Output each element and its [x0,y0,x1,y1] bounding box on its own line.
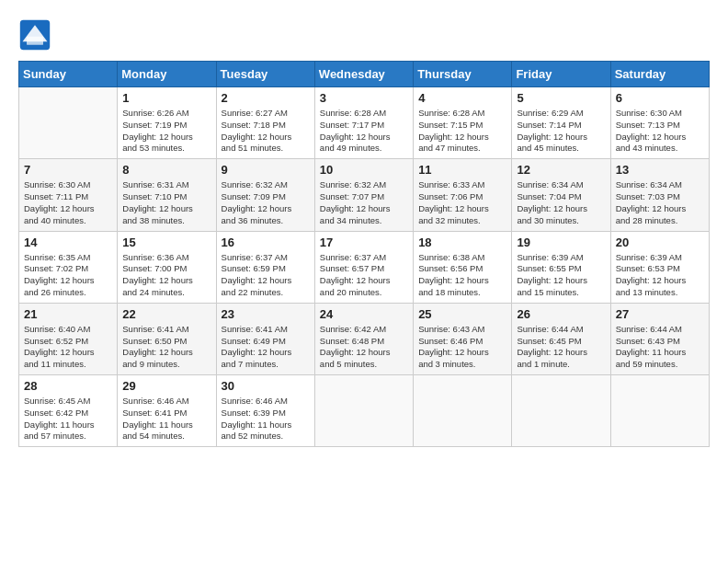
calendar-cell: 8Sunrise: 6:31 AM Sunset: 7:10 PM Daylig… [118,159,216,231]
day-info: Sunrise: 6:37 AM Sunset: 6:59 PM Dayligh… [222,252,310,299]
day-info: Sunrise: 6:44 AM Sunset: 6:43 PM Dayligh… [616,324,704,371]
day-header-monday: Monday [118,62,216,87]
calendar-week-2: 7Sunrise: 6:30 AM Sunset: 7:11 PM Daylig… [19,159,710,231]
day-info: Sunrise: 6:35 AM Sunset: 7:02 PM Dayligh… [24,252,112,299]
day-info: Sunrise: 6:31 AM Sunset: 7:10 PM Dayligh… [122,179,210,226]
day-header-wednesday: Wednesday [314,62,413,87]
day-number: 8 [122,163,210,177]
day-number: 17 [320,236,408,249]
calendar-cell: 24Sunrise: 6:42 AM Sunset: 6:48 PM Dayli… [314,303,413,374]
calendar-header-row: SundayMondayTuesdayWednesdayThursdayFrid… [19,62,710,87]
day-info: Sunrise: 6:28 AM Sunset: 7:17 PM Dayligh… [320,108,408,155]
day-info: Sunrise: 6:41 AM Sunset: 6:49 PM Dayligh… [222,324,310,371]
day-number: 28 [24,379,112,393]
day-number: 30 [222,379,310,393]
calendar-cell: 17Sunrise: 6:37 AM Sunset: 6:57 PM Dayli… [314,231,413,303]
calendar-cell: 26Sunrise: 6:44 AM Sunset: 6:45 PM Dayli… [512,303,610,374]
day-number: 12 [517,163,605,177]
calendar-cell: 7Sunrise: 6:30 AM Sunset: 7:11 PM Daylig… [19,159,118,231]
day-number: 5 [517,91,605,105]
day-number: 22 [122,307,210,321]
calendar-cell: 18Sunrise: 6:38 AM Sunset: 6:56 PM Dayli… [414,231,512,303]
calendar-cell: 9Sunrise: 6:32 AM Sunset: 7:09 PM Daylig… [216,159,314,231]
logo [18,18,57,52]
calendar-cell [314,375,413,447]
day-number: 14 [24,236,112,249]
calendar-cell: 19Sunrise: 6:39 AM Sunset: 6:55 PM Dayli… [512,231,610,303]
day-number: 13 [616,163,704,177]
calendar-cell [19,87,118,159]
day-number: 16 [222,236,310,249]
day-header-friday: Friday [512,62,610,87]
calendar-cell: 25Sunrise: 6:43 AM Sunset: 6:46 PM Dayli… [414,303,512,374]
calendar-cell [512,375,610,447]
logo-icon [18,18,51,52]
calendar-cell: 13Sunrise: 6:34 AM Sunset: 7:03 PM Dayli… [610,159,709,231]
calendar-cell: 11Sunrise: 6:33 AM Sunset: 7:06 PM Dayli… [414,159,512,231]
calendar-cell: 6Sunrise: 6:30 AM Sunset: 7:13 PM Daylig… [610,87,709,159]
calendar-cell: 16Sunrise: 6:37 AM Sunset: 6:59 PM Dayli… [216,231,314,303]
day-info: Sunrise: 6:33 AM Sunset: 7:06 PM Dayligh… [418,179,506,226]
calendar-cell: 1Sunrise: 6:26 AM Sunset: 7:19 PM Daylig… [118,87,216,159]
calendar-cell: 10Sunrise: 6:32 AM Sunset: 7:07 PM Dayli… [314,159,413,231]
day-info: Sunrise: 6:27 AM Sunset: 7:18 PM Dayligh… [222,108,310,155]
calendar-cell: 4Sunrise: 6:28 AM Sunset: 7:15 PM Daylig… [414,87,512,159]
calendar-cell: 27Sunrise: 6:44 AM Sunset: 6:43 PM Dayli… [610,303,709,374]
day-number: 9 [222,163,310,177]
day-info: Sunrise: 6:26 AM Sunset: 7:19 PM Dayligh… [122,108,210,155]
calendar-cell: 30Sunrise: 6:46 AM Sunset: 6:39 PM Dayli… [216,375,314,447]
calendar-cell [610,375,709,447]
day-info: Sunrise: 6:37 AM Sunset: 6:57 PM Dayligh… [320,252,408,299]
day-number: 4 [418,91,506,105]
day-info: Sunrise: 6:34 AM Sunset: 7:03 PM Dayligh… [616,179,704,226]
calendar-cell: 2Sunrise: 6:27 AM Sunset: 7:18 PM Daylig… [216,87,314,159]
day-info: Sunrise: 6:32 AM Sunset: 7:07 PM Dayligh… [320,179,408,226]
calendar-cell: 22Sunrise: 6:41 AM Sunset: 6:50 PM Dayli… [118,303,216,374]
calendar-cell: 28Sunrise: 6:45 AM Sunset: 6:42 PM Dayli… [19,375,118,447]
day-info: Sunrise: 6:34 AM Sunset: 7:04 PM Dayligh… [517,179,605,226]
calendar-cell: 14Sunrise: 6:35 AM Sunset: 7:02 PM Dayli… [19,231,118,303]
calendar-week-4: 21Sunrise: 6:40 AM Sunset: 6:52 PM Dayli… [19,303,710,374]
day-number: 21 [24,307,112,321]
calendar-week-1: 1Sunrise: 6:26 AM Sunset: 7:19 PM Daylig… [19,87,710,159]
day-info: Sunrise: 6:30 AM Sunset: 7:11 PM Dayligh… [24,179,112,226]
day-number: 20 [616,236,704,249]
calendar-week-5: 28Sunrise: 6:45 AM Sunset: 6:42 PM Dayli… [19,375,710,447]
day-info: Sunrise: 6:46 AM Sunset: 6:41 PM Dayligh… [122,396,210,442]
calendar-cell: 15Sunrise: 6:36 AM Sunset: 7:00 PM Dayli… [118,231,216,303]
day-number: 26 [517,307,605,321]
calendar-cell: 29Sunrise: 6:46 AM Sunset: 6:41 PM Dayli… [118,375,216,447]
day-number: 6 [616,91,704,105]
calendar-cell [414,375,512,447]
day-number: 15 [122,236,210,249]
day-number: 29 [122,379,210,393]
calendar-table: SundayMondayTuesdayWednesdayThursdayFrid… [18,61,710,447]
day-header-thursday: Thursday [414,62,512,87]
day-number: 19 [517,236,605,249]
calendar-cell: 20Sunrise: 6:39 AM Sunset: 6:53 PM Dayli… [610,231,709,303]
day-number: 24 [320,307,408,321]
day-info: Sunrise: 6:40 AM Sunset: 6:52 PM Dayligh… [24,324,112,371]
day-info: Sunrise: 6:29 AM Sunset: 7:14 PM Dayligh… [517,108,605,155]
calendar-week-3: 14Sunrise: 6:35 AM Sunset: 7:02 PM Dayli… [19,231,710,303]
day-number: 1 [122,91,210,105]
calendar-cell: 21Sunrise: 6:40 AM Sunset: 6:52 PM Dayli… [19,303,118,374]
calendar-cell: 5Sunrise: 6:29 AM Sunset: 7:14 PM Daylig… [512,87,610,159]
day-header-tuesday: Tuesday [216,62,314,87]
day-info: Sunrise: 6:38 AM Sunset: 6:56 PM Dayligh… [418,252,506,299]
day-info: Sunrise: 6:43 AM Sunset: 6:46 PM Dayligh… [418,324,506,371]
day-info: Sunrise: 6:44 AM Sunset: 6:45 PM Dayligh… [517,324,605,371]
day-info: Sunrise: 6:28 AM Sunset: 7:15 PM Dayligh… [418,108,506,155]
day-number: 11 [418,163,506,177]
day-number: 7 [24,163,112,177]
day-number: 23 [222,307,310,321]
calendar-cell: 12Sunrise: 6:34 AM Sunset: 7:04 PM Dayli… [512,159,610,231]
day-info: Sunrise: 6:42 AM Sunset: 6:48 PM Dayligh… [320,324,408,371]
day-number: 27 [616,307,704,321]
day-info: Sunrise: 6:41 AM Sunset: 6:50 PM Dayligh… [122,324,210,371]
day-number: 3 [320,91,408,105]
day-info: Sunrise: 6:32 AM Sunset: 7:09 PM Dayligh… [222,179,310,226]
day-info: Sunrise: 6:39 AM Sunset: 6:53 PM Dayligh… [616,252,704,299]
day-info: Sunrise: 6:36 AM Sunset: 7:00 PM Dayligh… [122,252,210,299]
calendar-cell: 23Sunrise: 6:41 AM Sunset: 6:49 PM Dayli… [216,303,314,374]
